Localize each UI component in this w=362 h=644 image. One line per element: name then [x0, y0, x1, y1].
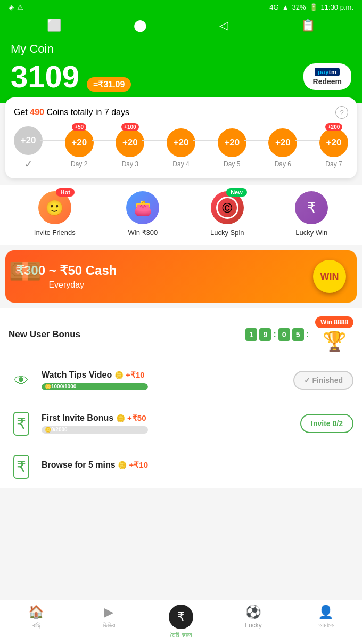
- bottom-nav-video[interactable]: ▶ ভিডিও: [93, 605, 125, 639]
- action-item-spin[interactable]: © New Lucky Spin: [210, 191, 244, 237]
- day-circle-7: +200 +20: [319, 128, 348, 157]
- day-badge-2: +50: [72, 123, 86, 131]
- home-label: বাড়ি: [32, 622, 40, 629]
- page-title: My Coin: [11, 42, 351, 56]
- lucky-ball-icon: ⚽: [245, 605, 261, 619]
- quick-actions: 🙂 Hot Invite Friends 👛 Win ₹300 © New Lu…: [0, 185, 362, 245]
- timer-colon-1: :: [273, 330, 276, 339]
- status-right: 4G ▲ 32% 🔋 11:30 p.m.: [269, 3, 353, 11]
- day-badge-3: +100: [121, 123, 139, 131]
- coin-amount-area: 3109 =₹31.09: [11, 61, 131, 92]
- banner-win-button[interactable]: WIN: [313, 260, 346, 293]
- task-video-progress-wrap: 🪙1000/1000: [42, 383, 286, 390]
- day-item-7[interactable]: +200 +20 Day 7: [319, 128, 348, 168]
- home-circle-icon[interactable]: ⬤: [134, 19, 147, 32]
- new-badge: New: [226, 188, 247, 197]
- task-invite-content: First Invite Bonus 🪙 +₹50 🪙0/2000: [42, 413, 293, 434]
- create-icon: ₹: [169, 605, 193, 629]
- task-video-progress-text: 🪙1000/1000: [45, 383, 76, 390]
- finished-button[interactable]: Finished: [293, 371, 353, 390]
- home-icon: 🏠: [28, 605, 44, 619]
- task-browse-content: Browse for 5 mins 🪙 +₹10: [42, 460, 353, 473]
- warning-icon: ⚠: [17, 3, 23, 11]
- task-watch-video: 👁 Watch Tips Video 🪙 +₹10 🪙1000/1000 Fin…: [0, 359, 362, 402]
- day-label-7: Day 7: [325, 160, 342, 168]
- connector-2-3: [92, 140, 118, 141]
- day-badge-7: +200: [325, 123, 343, 131]
- task-invite-title: First Invite Bonus 🪙 +₹50: [42, 413, 293, 423]
- invite-button[interactable]: Invite 0/2: [300, 414, 353, 433]
- day-circle-5: +20: [218, 128, 246, 157]
- spin-label: Lucky Spin: [210, 229, 244, 237]
- day-item-3[interactable]: +100 +20 Day 3: [116, 128, 144, 168]
- bottom-nav-me[interactable]: 👤 আমাকে: [310, 605, 342, 639]
- task-browse-title: Browse for 5 mins 🪙 +₹10: [42, 460, 353, 470]
- day-label-3: Day 3: [122, 160, 138, 168]
- checkin-card: Get 490 Coins totally in 7 days ? +20 ✓ …: [5, 97, 357, 178]
- win-label: Win ₹300: [128, 229, 158, 237]
- browse-icon: ₹: [13, 455, 29, 479]
- battery-icon: 🔋: [309, 3, 318, 11]
- redeem-button[interactable]: paytm Redeem: [303, 63, 351, 90]
- task-video-title: Watch Tips Video 🪙 +₹10: [42, 370, 286, 380]
- connector-5-6: [244, 140, 271, 141]
- battery-level: 32%: [292, 3, 306, 11]
- timer-area: 1 9 : 0 5 : Win 8888 🏆: [245, 316, 353, 353]
- task-invite-bonus: ₹ First Invite Bonus 🪙 +₹50 🪙0/2000 Invi…: [0, 402, 362, 445]
- coin-count: 3109: [11, 61, 79, 92]
- checkin-days-row: +20 ✓ +50 +20 Day 2 +100 +20 Day 3: [14, 126, 348, 170]
- day-label-6: Day 6: [275, 160, 291, 168]
- hot-badge: Hot: [56, 188, 74, 197]
- day-circle-2: +50 +20: [65, 128, 94, 157]
- app-icon: ◈: [9, 3, 14, 11]
- create-label: তৈরি করুন: [170, 631, 191, 639]
- status-bar: ◈ ⚠ 4G ▲ 32% 🔋 11:30 p.m.: [0, 0, 362, 14]
- connector-4-5: [193, 140, 220, 141]
- action-item-lucky[interactable]: ₹ Lucky Win: [295, 191, 328, 237]
- day-item-4[interactable]: +20 Day 4: [167, 128, 195, 168]
- timer-colon-2: :: [306, 330, 309, 339]
- day-item-5[interactable]: +20 Day 5: [218, 128, 246, 168]
- task-invite-icon-wrap: ₹: [9, 411, 34, 436]
- lucky-label-nav: Lucky: [245, 622, 261, 629]
- bottom-nav-home[interactable]: 🏠 বাড়ি: [20, 605, 52, 639]
- me-label: আমাকে: [318, 622, 334, 629]
- day-item-6[interactable]: +20 Day 6: [268, 128, 297, 168]
- promo-banner[interactable]: 💵 ₹300 ~ ₹50 Cash Everyday WIN: [5, 250, 357, 303]
- nav-bar: ⬜ ⬤ ◁ 📋: [0, 14, 362, 37]
- header: My Coin 3109 =₹31.09 paytm Redeem: [0, 37, 362, 103]
- clipboard-icon[interactable]: 📋: [301, 19, 315, 32]
- clock: 11:30 p.m.: [321, 3, 353, 11]
- action-item-win[interactable]: 👛 Win ₹300: [126, 191, 159, 237]
- lucky-label: Lucky Win: [295, 229, 327, 237]
- lucky-icon: ₹: [295, 191, 328, 224]
- invite-icon: ₹: [13, 412, 29, 436]
- connector-6-7: [295, 140, 322, 141]
- timer-digit-1: 1: [245, 328, 257, 341]
- day-circle-6: +20: [268, 128, 297, 157]
- video-icon: ▶: [104, 605, 113, 619]
- day-circle-1: +20: [14, 126, 43, 155]
- connector-3-4: [142, 140, 169, 141]
- user-icon: 👤: [318, 605, 334, 619]
- bonus-section-header: New User Bonus 1 9 : 0 5 : Win 8888 🏆: [0, 308, 362, 359]
- coin-rupee-value: =₹31.09: [87, 77, 131, 92]
- action-item-invite[interactable]: 🙂 Hot Invite Friends: [34, 191, 76, 237]
- timer-digit-3: 0: [278, 328, 290, 341]
- help-icon[interactable]: ?: [335, 106, 348, 119]
- spin-icon: © New: [211, 191, 244, 224]
- back-square-icon[interactable]: ⬜: [47, 19, 61, 32]
- bottom-nav-lucky[interactable]: ⚽ Lucky: [237, 605, 269, 639]
- day-label-4: Day 4: [172, 160, 189, 168]
- back-triangle-icon[interactable]: ◁: [219, 19, 228, 32]
- bottom-nav-create[interactable]: ₹ তৈরি করুন: [165, 605, 197, 639]
- trophy-area: Win 8888 🏆: [315, 316, 353, 353]
- task-invite-progress-text: 🪙0/2000: [45, 426, 68, 434]
- day-item-1[interactable]: +20 ✓: [14, 126, 43, 170]
- day-item-2[interactable]: +50 +20 Day 2: [65, 128, 94, 168]
- day-circle-4: +20: [167, 128, 195, 157]
- task-video-content: Watch Tips Video 🪙 +₹10 🪙1000/1000: [42, 370, 286, 390]
- video-label: ভিডিও: [103, 622, 115, 629]
- timer-digit-2: 9: [259, 328, 271, 341]
- day-label-2: Day 2: [71, 160, 87, 168]
